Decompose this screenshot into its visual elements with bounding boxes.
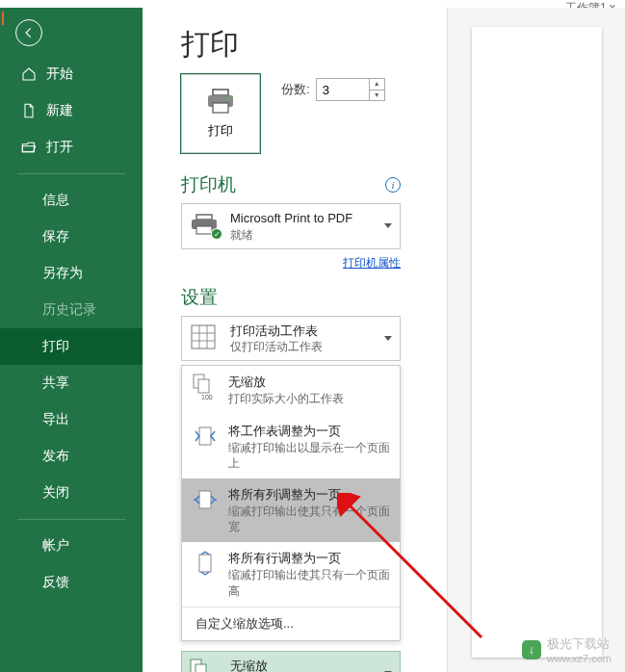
preview-page [472,27,602,658]
scale-option-fit-columns[interactable]: 将所有列调整为一页 缩减打印输出使其只有一个页面宽 [182,478,400,542]
printer-status: 就绪 [230,227,371,243]
backstage-sidebar: 开始 新建 打开 信息 保存 另存为 历史记录 打印 共享 导出 发布 关闭 帐… [0,8,143,672]
print-area-dropdown[interactable]: 打印活动工作表 仅打印活动工作表 [181,316,401,362]
nav-label: 打开 [46,139,73,156]
printer-icon [205,88,236,115]
svg-rect-12 [199,491,211,508]
page-100-icon: 100 [193,374,218,401]
svg-point-3 [228,97,230,99]
svg-rect-9 [198,379,209,393]
nav-publish[interactable]: 发布 [0,438,143,475]
print-button-label: 打印 [208,122,233,140]
copies-label: 份数: [281,81,310,98]
nav-account[interactable]: 帐户 [0,528,143,564]
print-area-primary: 打印活动工作表 [230,323,371,340]
nav-label: 帐户 [42,537,69,555]
app-accent [2,12,4,25]
option-primary: 将所有列调整为一页 [228,486,390,504]
chevron-down-icon [384,336,392,341]
nav-close[interactable]: 关闭 [0,475,143,511]
nav-label: 新建 [46,102,73,119]
chevron-down-icon [384,223,392,228]
nav-label: 导出 [42,411,69,428]
svg-rect-4 [196,215,212,220]
nav-start[interactable]: 开始 [0,56,143,92]
scale-option-fit-sheet[interactable]: 将工作表调整为一页 缩减打印输出以显示在一个页面上 [182,415,400,478]
nav-feedback[interactable]: 反馈 [0,564,143,601]
nav-label: 信息 [42,192,69,209]
scale-option-no-scaling[interactable]: 100 无缩放 打印实际大小的工作表 [182,366,400,414]
home-icon [21,66,37,82]
scale-selected-primary: 无缩放 [230,658,371,672]
sheet-grid-icon [190,323,217,350]
svg-text:100: 100 [201,394,213,401]
nav-new[interactable]: 新建 [0,92,143,129]
option-primary: 无缩放 [228,374,344,391]
nav-label: 保存 [42,228,69,246]
nav-save[interactable]: 保存 [0,219,143,255]
nav-label: 开始 [46,65,73,83]
arrow-left-icon [22,26,36,39]
option-primary: 将工作表调整为一页 [228,423,390,440]
separator [17,173,125,174]
file-icon [21,103,37,118]
print-preview-pane [447,8,625,672]
print-area-secondary: 仅打印活动工作表 [230,339,371,354]
page-100-icon: 100 [190,659,215,672]
printer-properties-link[interactable]: 打印机属性 [343,256,401,270]
svg-rect-7 [192,325,215,349]
printer-heading-row: 打印机 i [181,172,401,197]
back-button[interactable] [15,19,42,46]
nav-open[interactable]: 打开 [0,129,143,166]
scale-dropdown[interactable]: 100 无缩放 打印实际大小的工作表 [181,651,401,672]
nav-label: 共享 [42,375,69,392]
fit-rows-icon [193,550,218,577]
nav-label: 另存为 [42,265,83,282]
option-secondary: 缩减打印输出使其只有一个页面宽 [228,504,390,534]
printer-dropdown[interactable]: ✓ Microsoft Print to PDF 就绪 [181,203,401,249]
svg-rect-2 [213,103,228,113]
option-secondary: 缩减打印输出以显示在一个页面上 [228,440,390,471]
scale-option-fit-rows[interactable]: 将所有行调整为一页 缩减打印输出使其只有一个页面高 [182,542,400,606]
nav-label: 反馈 [42,574,69,591]
nav-export[interactable]: 导出 [0,401,143,438]
title-bar: 工作簿1.x [0,0,625,8]
option-secondary: 缩减打印输出使其只有一个页面高 [228,567,390,598]
printer-name: Microsoft Print to PDF [230,210,371,227]
nav-print[interactable]: 打印 [0,328,143,365]
svg-rect-11 [199,427,211,445]
copies-control: 份数: ▲ ▼ [281,78,385,101]
fit-page-icon [193,423,218,450]
info-icon[interactable]: i [385,177,401,193]
copies-spinner[interactable]: ▲ ▼ [316,78,385,101]
option-primary: 将所有行调整为一页 [228,550,390,567]
copies-input[interactable] [317,79,369,100]
nav-label: 打印 [42,338,69,355]
spinner-up-icon[interactable]: ▲ [370,79,384,90]
nav-label: 历史记录 [42,301,96,319]
svg-rect-15 [195,664,206,672]
nav-saveas[interactable]: 另存为 [0,255,143,292]
nav-info[interactable]: 信息 [0,182,143,219]
option-secondary: 打印实际大小的工作表 [228,391,344,406]
nav-share[interactable]: 共享 [0,365,143,401]
settings-heading-row: 设置 [181,285,401,310]
spinner-down-icon[interactable]: ▼ [370,90,384,101]
nav-label: 关闭 [42,484,69,502]
custom-scale-option[interactable]: 自定义缩放选项... [182,607,400,640]
settings-heading: 设置 [181,285,218,310]
svg-rect-0 [213,90,228,95]
folder-open-icon [21,140,37,155]
nav-history[interactable]: 历史记录 [0,292,143,328]
scale-dropdown-popup: 100 无缩放 打印实际大小的工作表 将工作表调整为一页 [181,365,401,640]
print-button[interactable]: 打印 [181,74,260,153]
svg-rect-13 [199,555,211,572]
separator [17,519,125,520]
check-icon: ✓ [211,228,222,240]
fit-columns-icon [193,486,218,513]
print-panel: 打印 打印 份数: ▲ ▼ [143,8,625,672]
printer-heading: 打印机 [181,172,236,197]
nav-label: 发布 [42,448,69,465]
svg-rect-6 [196,226,212,234]
